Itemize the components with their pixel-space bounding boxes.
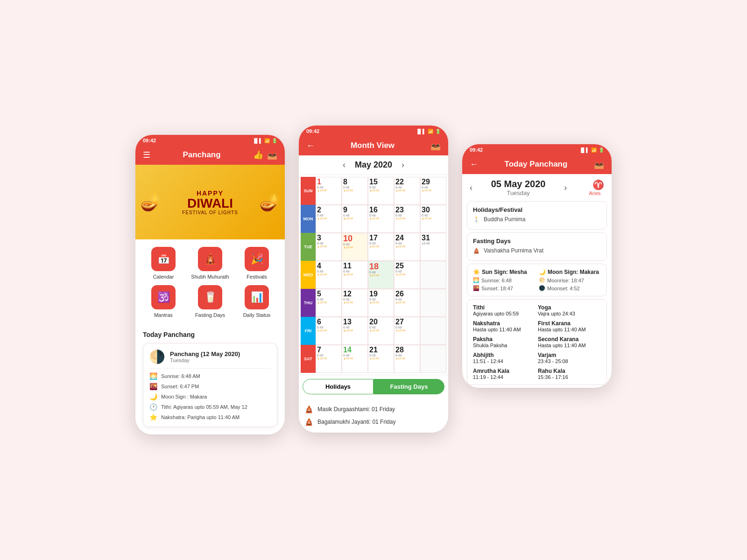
second-karana-value: Hasta upto 11:40 AM [538,343,601,348]
sun-sign-header: ☀️ Sun Sign: Mesha [473,269,535,275]
cal-day-13[interactable]: 13 6:48 ▲18:48 [342,317,368,345]
amrutha-value: 11:19 - 12:44 [473,374,536,380]
menu-fasting[interactable]: 🥛 Fasting Days [190,285,231,318]
time-2: 09:42 [306,128,319,134]
cal-day-31[interactable]: 31 18:48 [420,233,446,261]
fasting-item-icon-2: 🛕 [304,417,314,426]
cal-day-5[interactable]: 5 6:48 ▲18:48 [316,289,342,317]
next-month-arrow[interactable]: › [402,160,404,170]
cal-time: 6:48 [317,186,340,189]
cal-day-21[interactable]: 21 6:48 ▲18:48 [368,345,394,373]
sunrise-indicator: ▲18:48 [343,273,366,276]
day-num: 7 [317,346,340,354]
menu-festivals-label: Festivals [247,274,267,280]
paksha-value: Shukla Paksha [473,343,536,348]
day-num: 11 [343,262,366,270]
cal-time: 6:48 [369,354,393,357]
cal-day-1[interactable]: 1 6:48 ▲18:48 [316,177,342,205]
back-icon-2[interactable]: ← [306,141,315,151]
share-icon-3[interactable]: 📤 [594,159,604,169]
tithi-col: Tithi Agiyaras upto 05:59 [473,304,536,316]
cal-time: 6:48 [317,270,340,273]
moonset-value: Moonset: 4:52 [547,286,580,291]
sunrise-indicator: ▲18:48 [395,357,419,360]
paksha-header: Paksha [473,336,536,343]
menu-fasting-label: Fasting Days [195,312,225,318]
menu-daily-status-label: Daily Status [243,312,271,318]
share-icon-2[interactable]: 📤 [430,140,441,151]
cal-day-12[interactable]: 12 6:48 ▲18:48 [342,289,368,317]
menu-daily-status[interactable]: 📊 Daily Status [236,285,277,318]
cal-day-25[interactable]: 25 6:48 ▲18:48 [394,261,420,289]
sunrise-indicator: ▲18:48 [395,217,419,220]
yoga-value: Vajra upto 24:43 [538,311,601,316]
cal-day-27[interactable]: 27 6:48 ▲18:48 [394,317,420,345]
cal-day-14[interactable]: 14 6:48 ▲18:48 [342,345,368,373]
cal-row-sun: SUN 1 6:48 ▲18:48 8 6:48 ▲18:48 15 6:48 … [301,177,446,205]
day-num: 8 [343,178,366,186]
second-karana-header: Second Karana [538,336,601,343]
cal-day-7[interactable]: 7 6:48 ▲18:48 [316,345,342,373]
yoga-header: Yoga [538,304,601,311]
cal-day-30[interactable]: 30 6:48 ▲18:48 [420,205,446,233]
next-date-arrow[interactable]: › [564,183,567,193]
cal-day-16[interactable]: 16 6:48 ▲18:48 [368,205,394,233]
day-label-sun: SUN [301,177,316,205]
sun-column: ☀️ Sun Sign: Mesha 🌅 Sunrise: 6:48 🌇 Sun… [473,269,535,291]
date-weekday: Tuesday [491,189,546,196]
cal-day-9[interactable]: 9 6:48 ▲18:48 [342,205,368,233]
prev-date-arrow[interactable]: ‹ [470,183,472,193]
day-label-sat: SAT [301,345,316,373]
cal-day-8[interactable]: 8 6:48 ▲18:48 [342,177,368,205]
cal-day-28[interactable]: 28 6:48 ▲18:48 [394,345,420,373]
cal-time: 6:48 [317,214,340,217]
status-icons-3: ▐▌▌ 📶 🔋 [579,147,604,153]
cal-day-15[interactable]: 15 6:48 ▲18:48 [368,177,394,205]
cal-time: 6:48 [317,298,340,301]
cal-time: 6:48 [395,214,419,217]
cal-day-26[interactable]: 26 6:48 ▲18:48 [394,289,420,317]
panchang-tithi: 🕐 Tithi: Agiyaras upto 05:59 AM, May 12 [149,403,271,411]
day-num: 14 [343,346,366,354]
moon-sign-text: Moon Sign: Makara [548,269,599,275]
panchang-card: 🌗 Panchang (12 May 2020) Tuesday 🌅 Sunri… [143,343,277,427]
menu-calendar[interactable]: 📅 Calendar [143,247,184,280]
details-grid-section: Tithi Agiyaras upto 05:59 Yoga Vajra upt… [467,299,607,385]
cal-day-2[interactable]: 2 6:48 ▲18:48 [316,205,342,233]
back-icon-3[interactable]: ← [470,160,478,169]
cal-day-23[interactable]: 23 6:48 ▲18:48 [394,205,420,233]
tab-holidays[interactable]: Holidays [303,379,374,394]
sunset-icon: 🌇 [149,383,157,390]
cal-day-6[interactable]: 6 6:48 ▲18:48 [316,317,342,345]
day-num: 6 [317,318,340,326]
tab-fasting[interactable]: Fasting Days [374,379,444,394]
menu-mantras[interactable]: 🕉️ Mantras [143,285,184,318]
menu-shubh[interactable]: 🛕 Shubh Muhurath [190,247,231,280]
cal-day-29[interactable]: 29 6:48 ▲18:48 [420,177,446,205]
calendar-grid: SUN 1 6:48 ▲18:48 8 6:48 ▲18:48 15 6:48 … [299,175,448,375]
daily-status-icon-box: 📊 [245,285,269,309]
sunrise-indicator: ▲18:48 [395,329,419,332]
cal-day-11[interactable]: 11 6:48 ▲18:48 [342,261,368,289]
cal-time: 6:48 [369,271,393,274]
menu-icon[interactable]: ☰ [143,150,150,160]
prev-month-arrow[interactable]: ‹ [343,160,345,170]
like-icon[interactable]: 👍 [253,150,263,160]
cal-day-18[interactable]: 18 6:48 ▲18:48 [368,261,394,289]
holiday-text-1: Buddha Purnima [484,216,525,223]
cal-day-19[interactable]: 19 6:48 ▲18:48 [368,289,394,317]
zodiac-container: ♈ Aries [585,179,604,196]
day-label-mon: MON [301,205,316,233]
cal-day-4[interactable]: 4 6:48 ▲18:48 [316,261,342,289]
varjam-header: Varjam [538,352,601,358]
day-num: 25 [395,262,419,270]
cal-day-10[interactable]: 10 6:48 ▲18:48 [342,233,368,261]
cal-day-17[interactable]: 17 6:48 ▲18:48 [368,233,394,261]
cal-day-20[interactable]: 20 6:48 ▲18:48 [368,317,394,345]
menu-festivals[interactable]: 🎉 Festivals [236,247,277,280]
cal-day-3[interactable]: 3 6:48 ▲18:48 [316,233,342,261]
cal-day-24[interactable]: 24 6:48 ▲18:48 [394,233,420,261]
day-num: 19 [369,290,393,298]
share-icon[interactable]: 📤 [267,150,277,160]
cal-day-22[interactable]: 22 6:48 ▲18:48 [394,177,420,205]
